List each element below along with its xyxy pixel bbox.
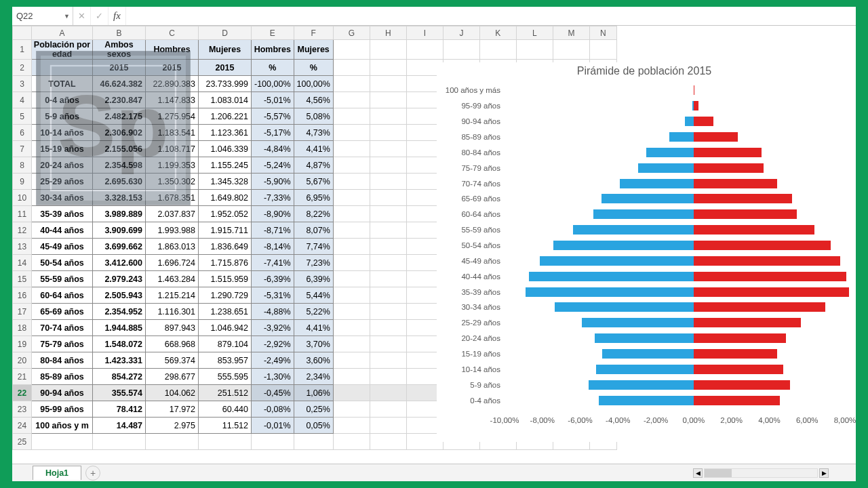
cell[interactable] <box>406 40 443 60</box>
cell[interactable] <box>333 60 370 76</box>
cell[interactable]: 1.083.014 <box>199 92 252 108</box>
cell[interactable]: 2015 <box>146 60 199 76</box>
cell[interactable]: 1.515.959 <box>199 271 252 287</box>
cell[interactable]: 2.975 <box>146 418 199 434</box>
cell[interactable]: 853.957 <box>199 352 252 369</box>
cell[interactable]: 8,07% <box>294 222 333 239</box>
cell[interactable] <box>370 320 406 336</box>
cell[interactable]: 90-94 años <box>32 385 93 401</box>
cell[interactable]: Ambos sexos <box>93 40 146 60</box>
cell[interactable] <box>370 92 406 108</box>
cell[interactable]: 104.062 <box>146 385 199 401</box>
row-header[interactable]: 23 <box>13 401 32 418</box>
cell[interactable]: 60.440 <box>199 401 252 418</box>
col-header[interactable]: M <box>553 26 589 40</box>
cell[interactable]: 3,70% <box>294 336 333 352</box>
cell[interactable] <box>333 125 370 141</box>
col-header[interactable]: K <box>479 26 516 40</box>
cell[interactable] <box>333 369 370 385</box>
cell[interactable]: 4,73% <box>294 125 333 141</box>
cell[interactable] <box>333 174 370 190</box>
cell[interactable] <box>370 108 406 125</box>
fx-icon[interactable]: fx <box>108 7 126 25</box>
cell[interactable]: 1.944.885 <box>93 320 146 336</box>
cell[interactable]: 4,56% <box>294 92 333 108</box>
cell[interactable] <box>370 157 406 174</box>
cell[interactable] <box>333 385 370 401</box>
cell[interactable]: 1.206.221 <box>199 108 252 125</box>
cell[interactable]: 40-44 años <box>32 222 93 239</box>
cell[interactable] <box>370 385 406 401</box>
cell[interactable]: 1.108.717 <box>146 141 199 157</box>
row-header[interactable]: 16 <box>13 287 32 304</box>
cell[interactable]: 3.412.600 <box>93 255 146 271</box>
cell[interactable]: 75-79 años <box>32 336 93 352</box>
cell[interactable] <box>370 239 406 255</box>
row-header[interactable]: 15 <box>13 271 32 287</box>
cell[interactable]: 2.155.056 <box>93 141 146 157</box>
cell[interactable]: -5,17% <box>252 125 294 141</box>
row-header[interactable]: 2 <box>13 60 32 76</box>
cell[interactable]: 2.505.943 <box>93 287 146 304</box>
cell[interactable]: 14.487 <box>93 418 146 434</box>
cell[interactable]: 70-74 años <box>32 320 93 336</box>
cell[interactable]: 5,22% <box>294 304 333 320</box>
cell[interactable]: 78.412 <box>93 401 146 418</box>
cell[interactable] <box>333 141 370 157</box>
formula-input[interactable] <box>126 7 856 25</box>
cell[interactable]: 0,25% <box>294 401 333 418</box>
cell[interactable] <box>370 304 406 320</box>
cell[interactable]: 95-99 años <box>32 401 93 418</box>
cell[interactable]: -5,24% <box>252 157 294 174</box>
row-header[interactable]: 6 <box>13 125 32 141</box>
cell[interactable] <box>333 434 370 450</box>
col-header[interactable]: A <box>32 26 93 40</box>
cell[interactable]: -5,57% <box>252 108 294 125</box>
horizontal-scrollbar[interactable]: ◀ ▶ <box>693 468 829 479</box>
cell[interactable] <box>333 352 370 369</box>
cell[interactable]: -5,31% <box>252 287 294 304</box>
cell[interactable]: -2,49% <box>252 352 294 369</box>
cell[interactable]: 35-39 años <box>32 206 93 222</box>
cell[interactable]: 1.123.361 <box>199 125 252 141</box>
cell[interactable] <box>252 434 294 450</box>
cell[interactable] <box>370 434 406 450</box>
cell[interactable]: 2.482.175 <box>93 108 146 125</box>
cell[interactable] <box>370 141 406 157</box>
cell[interactable] <box>370 352 406 369</box>
cell[interactable]: 25-29 años <box>32 174 93 190</box>
cell[interactable]: 879.104 <box>199 336 252 352</box>
cell[interactable]: 5-9 años <box>32 108 93 125</box>
cell[interactable] <box>32 434 93 450</box>
cell[interactable]: % <box>252 60 294 76</box>
cell[interactable]: 1.275.954 <box>146 108 199 125</box>
cell[interactable]: 1.715.876 <box>199 255 252 271</box>
row-header[interactable]: 1 <box>13 40 32 60</box>
cell[interactable] <box>333 222 370 239</box>
cell[interactable]: 65-69 años <box>32 304 93 320</box>
col-header[interactable]: I <box>406 26 443 40</box>
col-header[interactable]: N <box>589 26 616 40</box>
cell[interactable] <box>370 190 406 206</box>
cell[interactable]: 2015 <box>93 60 146 76</box>
cell[interactable] <box>333 40 370 60</box>
cell[interactable] <box>146 434 199 450</box>
cell[interactable]: 5,67% <box>294 174 333 190</box>
cell[interactable] <box>516 40 553 60</box>
cell[interactable] <box>370 271 406 287</box>
cell[interactable]: 555.595 <box>199 369 252 385</box>
cell[interactable] <box>333 271 370 287</box>
cell[interactable] <box>333 418 370 434</box>
cell[interactable]: -8,71% <box>252 222 294 239</box>
cell[interactable]: 3,60% <box>294 352 333 369</box>
row-header[interactable]: 7 <box>13 141 32 157</box>
cell[interactable]: 1.548.072 <box>93 336 146 352</box>
cell[interactable]: Hombres <box>146 40 199 60</box>
cell[interactable]: 11.512 <box>199 418 252 434</box>
cell[interactable]: -0,08% <box>252 401 294 418</box>
row-header[interactable]: 24 <box>13 418 32 434</box>
cell[interactable] <box>370 60 406 76</box>
cell[interactable] <box>479 40 516 60</box>
cell[interactable]: 1.863.013 <box>146 239 199 255</box>
cell[interactable] <box>333 108 370 125</box>
